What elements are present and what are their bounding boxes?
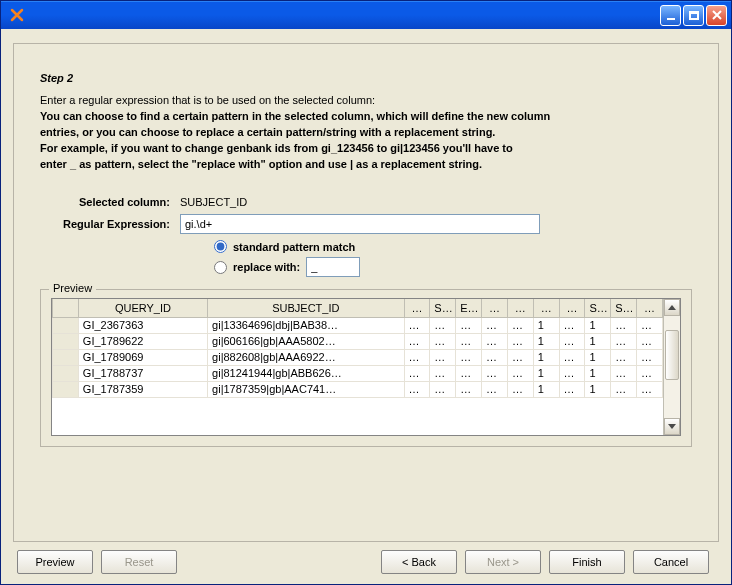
table-cell: …: [456, 381, 482, 397]
vertical-scrollbar[interactable]: [663, 299, 680, 435]
table-cell: gi|81241944|gb|ABB626…: [208, 365, 404, 381]
replace-with-input[interactable]: [306, 257, 360, 277]
table-cell: …: [637, 349, 663, 365]
main-panel: Step 2 Enter a regular expression that i…: [13, 43, 719, 542]
preview-button[interactable]: Preview: [17, 550, 93, 574]
table-cell: GI_1787359: [78, 381, 207, 397]
button-bar-right: < Back Next > Finish Cancel: [381, 550, 709, 574]
preview-table: QUERY_ID SUBJECT_ID … S… E… … … … … S…: [52, 299, 663, 398]
table-cell: 1: [585, 381, 611, 397]
row-header-cell: [53, 317, 79, 333]
table-cell: …: [456, 333, 482, 349]
table-cell: 1: [585, 333, 611, 349]
table-cell: …: [430, 333, 456, 349]
wizard-window: Step 2 Enter a regular expression that i…: [0, 0, 732, 585]
table-row[interactable]: GI_2367363gi|13364696|dbj|BAB38………………1…1…: [53, 317, 663, 333]
col-header[interactable]: S…: [585, 299, 611, 317]
table-cell: …: [559, 349, 585, 365]
regex-input[interactable]: [180, 214, 540, 234]
table-cell: 1: [533, 381, 559, 397]
radio-replace-row: replace with:: [214, 257, 692, 277]
col-header[interactable]: …: [482, 299, 508, 317]
replace-with-radio[interactable]: [214, 261, 227, 274]
scroll-up-button[interactable]: [664, 299, 680, 316]
table-cell: …: [456, 365, 482, 381]
table-cell: …: [507, 365, 533, 381]
table-cell: 1: [533, 349, 559, 365]
table-cell: …: [430, 365, 456, 381]
table-cell: 1: [533, 333, 559, 349]
close-button[interactable]: [706, 5, 727, 26]
app-x-icon: [9, 7, 25, 23]
table-cell: …: [482, 349, 508, 365]
table-cell: 1: [585, 349, 611, 365]
preview-table-wrap: QUERY_ID SUBJECT_ID … S… E… … … … … S…: [51, 298, 681, 436]
table-cell: …: [507, 349, 533, 365]
table-cell: …: [507, 381, 533, 397]
col-header[interactable]: QUERY_ID: [78, 299, 207, 317]
table-cell: …: [404, 349, 430, 365]
table-cell: …: [482, 381, 508, 397]
table-header-row: QUERY_ID SUBJECT_ID … S… E… … … … … S…: [53, 299, 663, 317]
back-button[interactable]: < Back: [381, 550, 457, 574]
regex-row: Regular Expression:: [40, 214, 692, 234]
table-cell: …: [482, 333, 508, 349]
table-cell: …: [404, 317, 430, 333]
table-body: GI_2367363gi|13364696|dbj|BAB38………………1…1…: [53, 317, 663, 397]
table-cell: GI_1789622: [78, 333, 207, 349]
table-row[interactable]: GI_1789622gi|606166|gb|AAA5802………………1…1……: [53, 333, 663, 349]
table-cell: …: [430, 349, 456, 365]
standard-match-radio[interactable]: [214, 240, 227, 253]
table-cell: …: [507, 333, 533, 349]
table-cell: 1: [533, 317, 559, 333]
col-header[interactable]: …: [404, 299, 430, 317]
cancel-button[interactable]: Cancel: [633, 550, 709, 574]
table-cell: gi|882608|gb|AAA6922…: [208, 349, 404, 365]
next-button[interactable]: Next >: [465, 550, 541, 574]
instruction-bold-4: enter _ as pattern, select the "replace …: [40, 158, 692, 170]
titlebar: [1, 1, 731, 29]
finish-button[interactable]: Finish: [549, 550, 625, 574]
content-area: Step 2 Enter a regular expression that i…: [1, 29, 731, 584]
table-corner: [53, 299, 79, 317]
step-title: Step 2: [40, 72, 692, 84]
maximize-button[interactable]: [683, 5, 704, 26]
table-cell: …: [611, 333, 637, 349]
selected-column-value: SUBJECT_ID: [180, 196, 247, 208]
minimize-button[interactable]: [660, 5, 681, 26]
table-cell: 1: [585, 317, 611, 333]
reset-button[interactable]: Reset: [101, 550, 177, 574]
scroll-down-button[interactable]: [664, 418, 680, 435]
scroll-thumb[interactable]: [665, 330, 679, 380]
table-cell: GI_2367363: [78, 317, 207, 333]
col-header[interactable]: S…: [611, 299, 637, 317]
table-cell: …: [559, 381, 585, 397]
table-row[interactable]: GI_1787359gi|1787359|gb|AAC741………………1…1……: [53, 381, 663, 397]
selected-column-row: Selected column: SUBJECT_ID: [40, 196, 692, 208]
instruction-line-1: Enter a regular expression that is to be…: [40, 94, 692, 106]
col-header[interactable]: SUBJECT_ID: [208, 299, 404, 317]
table-row[interactable]: GI_1788737gi|81241944|gb|ABB626………………1…1…: [53, 365, 663, 381]
standard-match-label: standard pattern match: [233, 241, 355, 253]
col-header[interactable]: …: [507, 299, 533, 317]
table-cell: …: [637, 317, 663, 333]
scroll-track[interactable]: [664, 316, 680, 418]
table-row[interactable]: GI_1789069gi|882608|gb|AAA6922………………1…1……: [53, 349, 663, 365]
chevron-down-icon: [668, 424, 676, 429]
table-cell: GI_1789069: [78, 349, 207, 365]
col-header[interactable]: E…: [456, 299, 482, 317]
col-header[interactable]: …: [637, 299, 663, 317]
col-header[interactable]: …: [533, 299, 559, 317]
table-cell: …: [559, 333, 585, 349]
col-header[interactable]: …: [559, 299, 585, 317]
table-cell: …: [456, 349, 482, 365]
titlebar-left: [5, 7, 29, 23]
row-header-cell: [53, 349, 79, 365]
col-header[interactable]: S…: [430, 299, 456, 317]
table-cell: …: [456, 317, 482, 333]
table-cell: …: [611, 317, 637, 333]
table-cell: …: [611, 365, 637, 381]
regex-label: Regular Expression:: [40, 218, 180, 230]
table-cell: …: [430, 317, 456, 333]
row-header-cell: [53, 333, 79, 349]
